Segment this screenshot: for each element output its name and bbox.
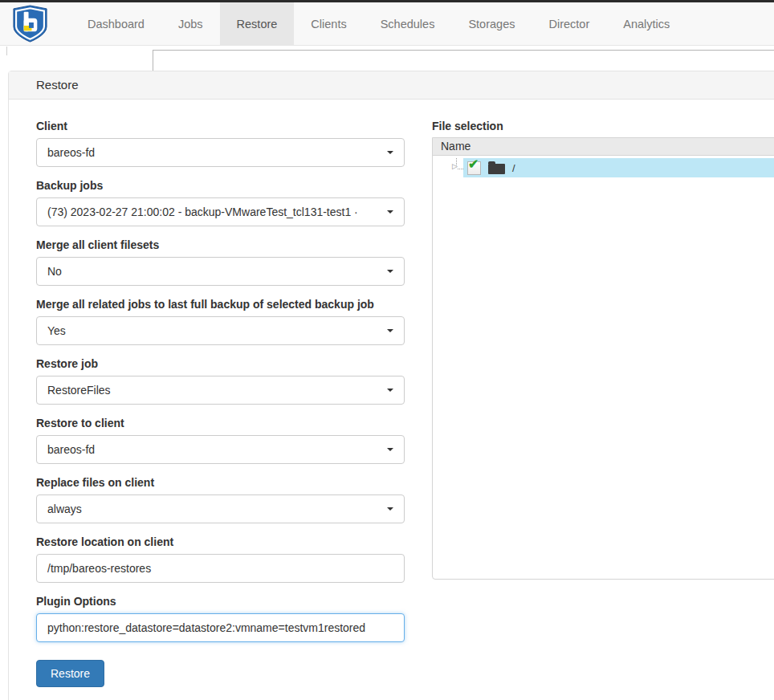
tree-column-header-name: Name: [433, 138, 774, 156]
nav-item-restore[interactable]: Restore: [220, 2, 295, 45]
restore-form: Client bareos-fd Backup jobs (73) 2023-0…: [36, 120, 405, 687]
checked-checkbox-icon[interactable]: ✔: [467, 161, 481, 175]
backup-jobs-select[interactable]: (73) 2023-02-27 21:00:02 - backup-VMware…: [36, 197, 405, 226]
restore-panel: Restore Client bareos-fd Backup jobs (73…: [8, 71, 774, 700]
form-group-restore-job: Restore job RestoreFiles: [36, 357, 405, 405]
restore-to-client-select-value: bareos-fd: [47, 443, 381, 456]
nav-item-schedules[interactable]: Schedules: [364, 2, 452, 45]
form-group-merge-jobs: Merge all related jobs to last full back…: [36, 298, 405, 345]
restore-to-client-select[interactable]: bareos-fd: [36, 435, 405, 464]
caret-down-icon: [387, 151, 393, 154]
merge-filesets-select[interactable]: No: [36, 257, 405, 286]
restore-to-client-label: Restore to client: [36, 417, 405, 429]
plugin-options-label: Plugin Options: [36, 595, 405, 608]
sub-header-strip: [0, 46, 774, 71]
tree-node-label: /: [512, 162, 515, 174]
merge-jobs-label: Merge all related jobs to last full back…: [36, 298, 405, 311]
restore-job-label: Restore job: [36, 357, 405, 370]
client-select-value: bareos-fd: [47, 146, 381, 159]
caret-down-icon: [387, 389, 393, 392]
form-group-restore-location: Restore location on client: [36, 535, 405, 583]
brand-logo-link[interactable]: [0, 2, 61, 45]
restore-submit-button[interactable]: Restore: [36, 660, 104, 687]
caret-down-icon: [387, 507, 393, 511]
restore-location-label: Restore location on client: [36, 535, 405, 548]
cropped-panel-edge: [153, 50, 774, 71]
file-selection-section: File selection Name ▷ ✔ /: [432, 120, 774, 580]
replace-files-label: Replace files on client: [36, 476, 405, 489]
client-label: Client: [36, 120, 405, 132]
restore-job-select-value: RestoreFiles: [47, 384, 381, 397]
replace-files-select-value: always: [47, 503, 381, 515]
tree-node-selected[interactable]: ✔ /: [463, 158, 774, 177]
nav-item-jobs[interactable]: Jobs: [161, 2, 220, 45]
tree-row-root[interactable]: ▷ ✔ /: [433, 158, 774, 177]
folder-icon: [488, 164, 505, 174]
backup-jobs-label: Backup jobs: [36, 179, 405, 192]
panel-body: Client bareos-fd Backup jobs (73) 2023-0…: [9, 100, 774, 700]
nav-menu: Dashboard Jobs Restore Clients Schedules…: [71, 2, 686, 45]
nav-item-clients[interactable]: Clients: [294, 2, 363, 45]
nav-item-analytics[interactable]: Analytics: [606, 2, 686, 45]
expander-icon[interactable]: ▷: [433, 158, 463, 177]
merge-jobs-select-value: Yes: [47, 324, 381, 337]
caret-down-icon: [387, 210, 393, 214]
nav-item-storages[interactable]: Storages: [451, 2, 532, 45]
bareos-logo-icon: [11, 5, 49, 43]
form-group-backup-jobs: Backup jobs (73) 2023-02-27 21:00:02 - b…: [36, 179, 405, 226]
restore-location-input[interactable]: [36, 554, 405, 583]
merge-filesets-select-value: No: [47, 265, 381, 278]
caret-down-icon: [387, 329, 393, 332]
replace-files-select[interactable]: always: [36, 494, 405, 523]
form-group-plugin-options: Plugin Options: [36, 595, 405, 642]
form-group-client: Client bareos-fd: [36, 120, 405, 167]
main-navbar: Dashboard Jobs Restore Clients Schedules…: [0, 2, 774, 46]
panel-title: Restore: [9, 71, 774, 100]
form-group-restore-to-client: Restore to client bareos-fd: [36, 417, 405, 464]
nav-item-director[interactable]: Director: [532, 2, 606, 45]
form-group-replace-files: Replace files on client always: [36, 476, 405, 523]
restore-job-select[interactable]: RestoreFiles: [36, 376, 405, 405]
file-tree-panel: Name ▷ ✔ /: [432, 137, 774, 580]
merge-filesets-label: Merge all client filesets: [36, 238, 405, 251]
nav-item-dashboard[interactable]: Dashboard: [71, 2, 161, 45]
cropped-tab-edge: [6, 47, 7, 55]
merge-jobs-select[interactable]: Yes: [36, 316, 405, 345]
caret-down-icon: [387, 448, 393, 451]
plugin-options-input[interactable]: [36, 613, 405, 642]
client-select[interactable]: bareos-fd: [36, 138, 405, 167]
file-selection-title: File selection: [432, 120, 774, 132]
caret-down-icon: [387, 270, 393, 273]
form-group-merge-filesets: Merge all client filesets No: [36, 238, 405, 286]
backup-jobs-select-value: (73) 2023-02-27 21:00:02 - backup-VMware…: [47, 206, 381, 218]
